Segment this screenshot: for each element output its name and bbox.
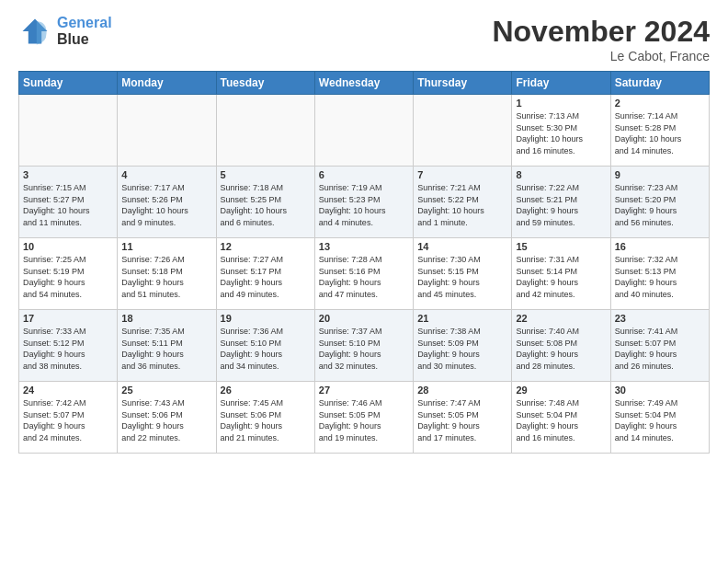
calendar-cell: 3Sunrise: 7:15 AMSunset: 5:27 PMDaylight… xyxy=(19,167,118,238)
day-info: Sunrise: 7:19 AMSunset: 5:23 PMDaylight:… xyxy=(319,182,409,228)
day-info: Sunrise: 7:22 AMSunset: 5:21 PMDaylight:… xyxy=(516,182,606,228)
day-number: 15 xyxy=(516,241,606,252)
day-info: Sunrise: 7:41 AMSunset: 5:07 PMDaylight:… xyxy=(615,326,705,372)
day-number: 20 xyxy=(319,313,409,324)
day-info: Sunrise: 7:27 AMSunset: 5:17 PMDaylight:… xyxy=(221,254,311,300)
day-info: Sunrise: 7:21 AMSunset: 5:22 PMDaylight:… xyxy=(417,182,507,228)
calendar-cell: 18Sunrise: 7:35 AMSunset: 5:11 PMDayligh… xyxy=(118,310,216,382)
day-number: 9 xyxy=(615,169,705,180)
calendar-cell: 17Sunrise: 7:33 AMSunset: 5:12 PMDayligh… xyxy=(19,310,118,382)
calendar-week-row: 10Sunrise: 7:25 AMSunset: 5:19 PMDayligh… xyxy=(19,238,710,310)
day-info: Sunrise: 7:25 AMSunset: 5:19 PMDaylight:… xyxy=(23,254,113,300)
calendar-week-row: 24Sunrise: 7:42 AMSunset: 5:07 PMDayligh… xyxy=(19,382,710,454)
day-number: 23 xyxy=(615,313,705,324)
day-number: 16 xyxy=(615,241,705,252)
calendar-cell: 20Sunrise: 7:37 AMSunset: 5:10 PMDayligh… xyxy=(314,310,413,382)
day-number: 27 xyxy=(319,385,409,396)
day-info: Sunrise: 7:43 AMSunset: 5:06 PMDaylight:… xyxy=(121,397,211,443)
calendar-cell: 23Sunrise: 7:41 AMSunset: 5:07 PMDayligh… xyxy=(610,310,709,382)
calendar-cell xyxy=(19,95,118,167)
calendar-cell: 6Sunrise: 7:19 AMSunset: 5:23 PMDaylight… xyxy=(314,167,413,238)
logo-text: General Blue xyxy=(57,15,112,47)
day-info: Sunrise: 7:49 AMSunset: 5:04 PMDaylight:… xyxy=(615,397,705,443)
calendar-cell: 8Sunrise: 7:22 AMSunset: 5:21 PMDaylight… xyxy=(512,167,610,238)
day-number: 25 xyxy=(121,385,211,396)
day-number: 11 xyxy=(121,241,211,252)
day-number: 19 xyxy=(221,313,311,324)
day-info: Sunrise: 7:23 AMSunset: 5:20 PMDaylight:… xyxy=(615,182,705,228)
day-number: 28 xyxy=(417,385,507,396)
day-number: 24 xyxy=(23,385,113,396)
calendar-cell: 27Sunrise: 7:46 AMSunset: 5:05 PMDayligh… xyxy=(314,382,413,454)
day-number: 18 xyxy=(121,313,211,324)
calendar-cell: 24Sunrise: 7:42 AMSunset: 5:07 PMDayligh… xyxy=(19,382,118,454)
day-info: Sunrise: 7:45 AMSunset: 5:06 PMDaylight:… xyxy=(221,397,311,443)
day-info: Sunrise: 7:30 AMSunset: 5:15 PMDaylight:… xyxy=(417,254,507,300)
calendar-cell: 10Sunrise: 7:25 AMSunset: 5:19 PMDayligh… xyxy=(19,238,118,310)
day-number: 14 xyxy=(417,241,507,252)
day-info: Sunrise: 7:15 AMSunset: 5:27 PMDaylight:… xyxy=(23,182,113,228)
day-number: 1 xyxy=(516,98,606,109)
weekday-header-row: SundayMondayTuesdayWednesdayThursdayFrid… xyxy=(19,72,710,95)
day-info: Sunrise: 7:14 AMSunset: 5:28 PMDaylight:… xyxy=(615,110,705,156)
calendar-week-row: 1Sunrise: 7:13 AMSunset: 5:30 PMDaylight… xyxy=(19,95,710,167)
weekday-header-friday: Friday xyxy=(512,72,610,95)
day-number: 7 xyxy=(417,169,507,180)
calendar-cell: 14Sunrise: 7:30 AMSunset: 5:15 PMDayligh… xyxy=(414,238,512,310)
day-info: Sunrise: 7:40 AMSunset: 5:08 PMDaylight:… xyxy=(516,326,606,372)
day-info: Sunrise: 7:33 AMSunset: 5:12 PMDaylight:… xyxy=(23,326,113,372)
day-info: Sunrise: 7:46 AMSunset: 5:05 PMDaylight:… xyxy=(319,397,409,443)
weekday-header-monday: Monday xyxy=(118,72,216,95)
day-number: 30 xyxy=(615,385,705,396)
calendar-cell: 5Sunrise: 7:18 AMSunset: 5:25 PMDaylight… xyxy=(216,167,314,238)
day-info: Sunrise: 7:28 AMSunset: 5:16 PMDaylight:… xyxy=(319,254,409,300)
day-info: Sunrise: 7:36 AMSunset: 5:10 PMDaylight:… xyxy=(221,326,311,372)
calendar-cell: 25Sunrise: 7:43 AMSunset: 5:06 PMDayligh… xyxy=(118,382,216,454)
day-number: 6 xyxy=(319,169,409,180)
calendar-cell: 26Sunrise: 7:45 AMSunset: 5:06 PMDayligh… xyxy=(216,382,314,454)
day-info: Sunrise: 7:18 AMSunset: 5:25 PMDaylight:… xyxy=(221,182,311,228)
calendar-cell: 15Sunrise: 7:31 AMSunset: 5:14 PMDayligh… xyxy=(512,238,610,310)
calendar-cell: 2Sunrise: 7:14 AMSunset: 5:28 PMDaylight… xyxy=(610,95,709,167)
day-number: 12 xyxy=(221,241,311,252)
calendar-cell: 7Sunrise: 7:21 AMSunset: 5:22 PMDaylight… xyxy=(414,167,512,238)
calendar-cell: 1Sunrise: 7:13 AMSunset: 5:30 PMDaylight… xyxy=(512,95,610,167)
calendar-cell: 19Sunrise: 7:36 AMSunset: 5:10 PMDayligh… xyxy=(216,310,314,382)
day-info: Sunrise: 7:48 AMSunset: 5:04 PMDaylight:… xyxy=(516,397,606,443)
calendar-cell: 29Sunrise: 7:48 AMSunset: 5:04 PMDayligh… xyxy=(512,382,610,454)
title-block: November 2024 Le Cabot, France xyxy=(492,15,710,63)
calendar-table: SundayMondayTuesdayWednesdayThursdayFrid… xyxy=(18,71,710,454)
calendar-cell xyxy=(414,95,512,167)
day-number: 8 xyxy=(516,169,606,180)
day-info: Sunrise: 7:38 AMSunset: 5:09 PMDaylight:… xyxy=(417,326,507,372)
weekday-header-tuesday: Tuesday xyxy=(216,72,314,95)
calendar-cell: 30Sunrise: 7:49 AMSunset: 5:04 PMDayligh… xyxy=(610,382,709,454)
weekday-header-saturday: Saturday xyxy=(610,72,709,95)
weekday-header-thursday: Thursday xyxy=(414,72,512,95)
day-info: Sunrise: 7:35 AMSunset: 5:11 PMDaylight:… xyxy=(121,326,211,372)
day-info: Sunrise: 7:17 AMSunset: 5:26 PMDaylight:… xyxy=(121,182,211,228)
day-number: 29 xyxy=(516,385,606,396)
weekday-header-wednesday: Wednesday xyxy=(314,72,413,95)
calendar-cell xyxy=(216,95,314,167)
day-number: 3 xyxy=(23,169,113,180)
day-info: Sunrise: 7:47 AMSunset: 5:05 PMDaylight:… xyxy=(417,397,507,443)
calendar-week-row: 17Sunrise: 7:33 AMSunset: 5:12 PMDayligh… xyxy=(19,310,710,382)
weekday-header-sunday: Sunday xyxy=(19,72,118,95)
day-number: 22 xyxy=(516,313,606,324)
main-container: General Blue November 2024 Le Cabot, Fra… xyxy=(0,0,728,463)
calendar-week-row: 3Sunrise: 7:15 AMSunset: 5:27 PMDaylight… xyxy=(19,167,710,238)
calendar-cell: 11Sunrise: 7:26 AMSunset: 5:18 PMDayligh… xyxy=(118,238,216,310)
day-number: 10 xyxy=(23,241,113,252)
calendar-cell: 9Sunrise: 7:23 AMSunset: 5:20 PMDaylight… xyxy=(610,167,709,238)
calendar-cell: 12Sunrise: 7:27 AMSunset: 5:17 PMDayligh… xyxy=(216,238,314,310)
logo: General Blue xyxy=(18,15,112,48)
calendar-cell: 22Sunrise: 7:40 AMSunset: 5:08 PMDayligh… xyxy=(512,310,610,382)
day-number: 17 xyxy=(23,313,113,324)
logo-icon xyxy=(18,15,51,48)
day-info: Sunrise: 7:32 AMSunset: 5:13 PMDaylight:… xyxy=(615,254,705,300)
day-info: Sunrise: 7:37 AMSunset: 5:10 PMDaylight:… xyxy=(319,326,409,372)
day-info: Sunrise: 7:31 AMSunset: 5:14 PMDaylight:… xyxy=(516,254,606,300)
day-info: Sunrise: 7:13 AMSunset: 5:30 PMDaylight:… xyxy=(516,110,606,156)
calendar-cell: 28Sunrise: 7:47 AMSunset: 5:05 PMDayligh… xyxy=(414,382,512,454)
